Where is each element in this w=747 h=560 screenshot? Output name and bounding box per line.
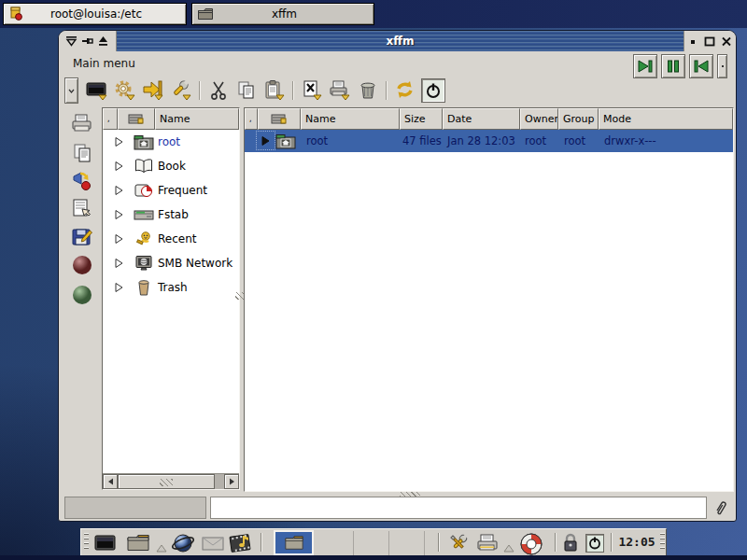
main-menu[interactable]: Main menu [73,57,135,70]
terminal-button[interactable] [85,78,109,103]
expander-icon[interactable] [114,233,124,245]
maximize-icon[interactable] [704,36,715,47]
expander-icon[interactable] [114,185,124,196]
green-sphere-button[interactable] [71,284,93,306]
close-icon[interactable] [721,36,732,47]
tree-header-name[interactable]: Name [155,108,239,130]
trash-icon [132,279,156,296]
power-button[interactable] [421,78,445,103]
media-player-icon [229,532,253,554]
taskbar-button-terminal[interactable]: root@louisa:/etc [3,3,187,25]
tree-item-frequent[interactable]: Frequent [103,178,239,203]
cut-button[interactable] [206,78,231,103]
print-button[interactable] [328,78,352,103]
column-header-date[interactable]: Date [443,108,520,130]
taskbar-clock[interactable]: 12:05 [615,535,658,549]
toolbar-dropdown[interactable] [64,77,78,104]
expander-icon[interactable] [114,161,124,172]
tree-item-recent[interactable]: Recent [103,227,239,251]
open-side-button[interactable] [71,198,93,220]
expander-icon[interactable] [114,258,124,269]
column-header-size[interactable]: Size [400,108,443,130]
expander-icon[interactable] [114,136,124,147]
print-icon [329,79,351,102]
copy-side-button[interactable] [71,143,93,165]
cut-icon [208,80,229,101]
column-header-mode[interactable]: Mode [599,108,733,130]
status-field[interactable] [210,497,707,519]
home-folder-icon [132,133,156,150]
tree-item-root[interactable]: root [103,130,239,154]
cell-mode: drwxr-x--- [604,134,656,147]
popup-arrow[interactable] [503,539,514,547]
list-panel: , Name Size Date Owner Group Mode [244,107,734,492]
print-side-button[interactable] [71,113,93,135]
file-manager-launcher[interactable] [126,532,148,554]
expander-icon[interactable] [261,135,270,147]
run-side-button[interactable] [71,171,93,193]
red-sphere-button[interactable] [71,254,93,276]
tree-header-icon-col[interactable] [118,108,155,130]
shade-icon[interactable] [65,35,78,47]
terminal-icon [86,79,108,102]
list-header-icon-col[interactable] [258,108,301,130]
settings-launcher[interactable] [446,532,469,554]
scrollbar-thumb[interactable] [118,474,215,489]
taskbar-grip[interactable] [84,533,89,552]
scroll-left-button[interactable] [103,474,118,489]
column-header-name[interactable]: Name [301,108,400,130]
power-icon [588,537,601,550]
eject-icon[interactable] [97,35,109,47]
column-header-owner[interactable]: Owner [520,108,558,130]
power-launcher[interactable] [585,534,604,553]
list-header-corner[interactable]: , [245,108,258,130]
tree-horizontal-scrollbar[interactable] [103,473,239,489]
cabinet-icon [128,113,145,126]
refresh-icon [394,79,416,102]
tools-button[interactable] [169,78,193,103]
save-side-button[interactable] [71,226,93,248]
active-window-button[interactable] [274,530,314,555]
tree-item-book[interactable]: Book [103,154,239,178]
expander-icon[interactable] [114,282,124,293]
terminal-launcher[interactable] [94,532,117,554]
tree-item-fstab[interactable]: Fstab [103,203,239,227]
tree-header-corner[interactable]: , [103,108,118,130]
settings-button[interactable] [113,78,137,103]
copy-button[interactable] [234,78,259,103]
tree-item-trash[interactable]: Trash [103,275,239,300]
taskbar-grip[interactable] [660,533,665,552]
pin-icon[interactable] [81,35,93,47]
cabinet-icon [271,113,288,126]
tree-item-smb-network[interactable]: SMB Network [103,251,239,275]
minimize-icon[interactable] [689,36,698,47]
side-toolbar [63,105,102,492]
paste-button[interactable] [262,78,287,103]
popup-arrow[interactable] [156,539,167,547]
web-browser-launcher[interactable] [171,532,193,554]
scroll-right-button[interactable] [224,474,239,489]
frequent-icon [132,182,156,199]
attach-button[interactable] [710,497,730,519]
taskbar-button-xffm[interactable]: xffm [191,3,374,25]
task-slot-divider [353,531,354,555]
green-sphere-icon [71,284,93,306]
scrollbar-track[interactable] [215,474,224,489]
wrench-icon [170,79,192,102]
lock-launcher[interactable] [561,532,580,554]
trash-button[interactable] [356,78,380,103]
mail-launcher[interactable] [201,532,223,554]
popup-arrow-icon [156,544,167,553]
column-header-group[interactable]: Group [558,108,599,130]
properties-button[interactable] [300,78,324,103]
titlebar-title-area[interactable]: xffm [117,31,684,51]
print-launcher[interactable] [475,532,498,554]
media-player-launcher[interactable] [229,532,251,554]
titlebar[interactable]: xffm [59,31,736,51]
go-button[interactable] [141,78,165,103]
help-launcher[interactable] [518,532,541,554]
tree-item-label: Frequent [158,184,207,197]
expander-icon[interactable] [114,209,124,220]
refresh-button[interactable] [393,78,417,103]
list-row-root[interactable]: root 47 files Jan 28 12:03 root root drw… [245,130,733,152]
